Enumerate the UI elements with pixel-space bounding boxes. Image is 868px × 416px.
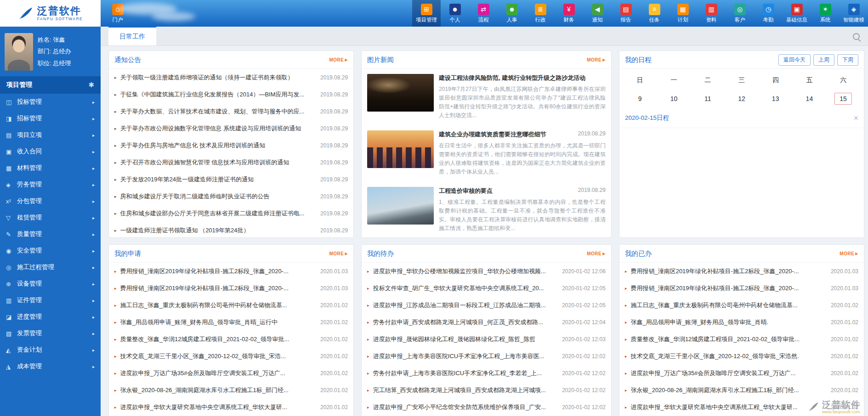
- application-list-item[interactable]: ▸ 质量整改_张鑫_华润12城房建工程项目_2021-02-02_领导审批...…: [109, 331, 353, 348]
- todo-list-item[interactable]: ▸ 劳务付款申请_上海市美容医院ICU手术室净化工程_李若若_上... 2020…: [362, 365, 611, 382]
- topnav-item[interactable]: ◎ 客户: [726, 0, 754, 27]
- sidebar-menu-item[interactable]: ▣ 收入合同 ▸: [0, 143, 101, 160]
- application-list-item[interactable]: ▸ 张永银_2020-08-26_湖南洞庭湖水库引水工程施工1标_部门经... …: [109, 382, 353, 399]
- topnav-module-icon: ≣: [535, 4, 546, 15]
- done-list-item[interactable]: ▸ 施工日志_张鑫_重庆太极制药有限公司亳州中药材仓储物流基... 2020.0…: [619, 297, 864, 314]
- sidebar-menu-item[interactable]: ▤ 项目立项 ▸: [0, 127, 101, 143]
- sidebar-menu-item[interactable]: ◨ 招标管理 ▸: [0, 110, 101, 127]
- calendar-day[interactable]: 14: [800, 93, 818, 105]
- tab-daily-work[interactable]: 日常工作: [108, 27, 156, 45]
- topnav-item[interactable]: ◈ 智能建模: [840, 0, 868, 27]
- topnav-item[interactable]: ▥ 资料: [697, 0, 726, 27]
- todo-list-item[interactable]: ▸ 劳务付款申请_西安成都路龙湖上河城项目_何正茂_西安成都路... 2020-…: [362, 314, 611, 331]
- sidebar-menu-item[interactable]: ▥ 证件管理 ▸: [0, 292, 101, 309]
- more-link[interactable]: MORE▶: [840, 251, 858, 256]
- done-list-item[interactable]: ▸ 技术交底_龙湖三千里小区_张鑫_2020-12-02_领导审批_宋浩然. 2…: [619, 348, 864, 365]
- notice-list-item[interactable]: ▸ 关于发放2019年第24批一级建造师注册证书的通知 2019.08.29: [109, 171, 353, 188]
- done-list-item[interactable]: ▸ 进度款申报_万达广场35#会所及咖啡厅空调安装工程_万达广... 2020.…: [619, 365, 864, 382]
- sidebar-menu-item[interactable]: ▽ 租赁管理 ▸: [0, 209, 101, 226]
- notice-list-item[interactable]: ▸ 于征集《中国建筑施工行业信息化发展报告（2014）—BIM应用与发... 2…: [109, 86, 353, 103]
- notice-list-item[interactable]: ▸ 关于举办市政公用设施数字化管理信息 系统建设与应用培训班的通知 2019.0…: [109, 120, 353, 137]
- calendar-day[interactable]: 9: [631, 93, 649, 105]
- done-list-item[interactable]: ▸ 张永银_2020-08-26_湖南洞庭湖水库引水工程施工1标_部门经... …: [619, 382, 864, 399]
- done-list-item[interactable]: ▸ 质量整改_张鑫_华润12城房建工程项目_2021-02-02_领导审批...…: [619, 331, 864, 348]
- sidebar-menu-item[interactable]: ◫ 投标管理 ▸: [0, 94, 101, 110]
- more-link[interactable]: MORE▶: [329, 57, 348, 62]
- application-list-item[interactable]: ▸ 技术交底_龙湖三千里小区_张鑫_2020-12-02_领导审批_宋浩... …: [109, 348, 353, 365]
- notice-list-item[interactable]: ▸ 关于举办大数据、云计算技术在城市建设、规划、管理与服务中的应... 2019…: [109, 103, 353, 120]
- sidebar-menu-item[interactable]: ◮ 成本管理 ▸: [0, 358, 101, 375]
- notice-list-item[interactable]: ▸ 一级建造师注册证书领取通知 （2019年第24批） 2019.08.29: [109, 222, 353, 238]
- todo-list-item[interactable]: ▸ 进度款申报_晟铭园林绿化工程_晟铭园林绿化工程_陈哲_陈哲 2020-01-…: [362, 331, 611, 348]
- close-icon[interactable]: ×: [853, 114, 858, 122]
- done-list-item[interactable]: ▸ 费用报销_潼南区2019年绿化补贴项目-施工2标段_张鑫_2020-... …: [619, 280, 864, 297]
- calendar-day[interactable]: 10: [665, 93, 682, 105]
- application-list-item[interactable]: ▸ 进度款申报_华软大厦研究基地中央空调系统工程_华软大厦研... 2020.0…: [109, 399, 353, 416]
- topnav-item[interactable]: ⇄ 流程: [469, 0, 498, 27]
- calendar-day[interactable]: 15: [834, 93, 852, 105]
- notice-list-item[interactable]: ▸ 关于举办住房与房地产信息化 技术及应用培训班的通知 2019.08.29: [109, 137, 353, 154]
- topnav-item[interactable]: ▦ 计划: [669, 0, 697, 27]
- todo-list-item[interactable]: ▸ 进度款申报_华软办公楼增加视频监控项目_华软办公楼增加视频... 2020-…: [362, 263, 611, 280]
- weekday-label: 日: [623, 76, 657, 84]
- calendar-nav-button[interactable]: 返回今天: [778, 54, 811, 66]
- application-list-item[interactable]: ▸ 施工日志_张鑫_重庆太极制药有限公司亳州中药材仓储物流基... 2020.0…: [109, 297, 353, 314]
- topnav-item[interactable]: ≣ 行政: [526, 0, 555, 27]
- notice-list-item[interactable]: ▸ 住房和城乡建设部办公厅关于同意吉林省开展二级建造师注册证书电... 2019…: [109, 205, 353, 222]
- topnav-item[interactable]: ✶ 系统: [811, 0, 840, 27]
- calendar-day[interactable]: 11: [699, 93, 716, 105]
- sidebar-menu-item[interactable]: ◪ 进度管理 ▸: [0, 309, 101, 325]
- sidebar-menu-item[interactable]: ◎ 施工过程管理 ▸: [0, 259, 101, 275]
- todo-list-item[interactable]: ▸ 进度款申报_广安邓小平纪念馆安全防范系统维护保养项目_广安... 2020-…: [362, 399, 611, 416]
- topnav-item[interactable]: ⊞ 项目管理: [412, 0, 441, 27]
- topnav-item[interactable]: ▤ 报告: [612, 0, 640, 27]
- sidebar-menu-item[interactable]: ▦ 材料管理 ▸: [0, 160, 101, 176]
- application-list-item[interactable]: ▸ 费用报销_潼南区2019年绿化补贴项目-施工2标段_张鑫_2020-... …: [109, 263, 353, 280]
- done-list-item[interactable]: ▸ 进度款申报_华软大厦研究基地中央空调系统工程_华软大厦研... 2020.0…: [619, 399, 864, 416]
- notice-list-item[interactable]: ▸ 关于召开市政公用设施智慧化管理 信息技术与应用培训班的通知 2019.08.…: [109, 154, 353, 171]
- sidebar-menu-item[interactable]: ✎ 质量管理 ▸: [0, 226, 101, 242]
- todo-list-item[interactable]: ▸ 进度款申报_江苏成品油二期项目一标段工程_江苏成品油二期项... 2020-…: [362, 297, 611, 314]
- sidebar-menu-item[interactable]: ◭ 资金计划 ▸: [0, 342, 101, 358]
- more-link[interactable]: MORE▶: [587, 251, 606, 256]
- sidebar-menu-item[interactable]: ⊕ 设备管理 ▸: [0, 275, 101, 292]
- gear-icon[interactable]: ✱: [88, 81, 94, 89]
- notice-list-item[interactable]: ▸ 关于领取一级注册建造师增项证的通知（须持一建证书前来领取） 2019.08.…: [109, 69, 353, 86]
- topnav-item[interactable]: ☻ 个人: [441, 0, 469, 27]
- calendar-nav-button[interactable]: 上周: [813, 54, 834, 66]
- topnav-item[interactable]: ▣ 基础信息: [783, 0, 811, 27]
- todo-list-item[interactable]: ▸ 完工结算_西安成都路龙湖上河城项目_西安成都路龙湖上河城项... 2020-…: [362, 382, 611, 399]
- more-link[interactable]: MORE▶: [329, 251, 348, 256]
- topnav-item[interactable]: ◀ 通知: [583, 0, 612, 27]
- topnav-item[interactable]: ◷ 考勤: [754, 0, 783, 27]
- application-text: 进度款申报_万达广场35#会所及咖啡厅空调安装工程_万达广...: [120, 369, 316, 377]
- sidebar-menu-item[interactable]: x² 分包管理 ▸: [0, 193, 101, 209]
- sidebar-menu-item[interactable]: ◉ 安全管理 ▸: [0, 242, 101, 259]
- application-list-item[interactable]: ▸ 费用报销_潼南区2019年绿化补贴项目-施工2标段_张鑫_2020-... …: [109, 280, 353, 297]
- todo-list-item[interactable]: ▸ 投标文件审查_胡广生_华软大厦研究基地中央空调系统工程_20... 2020…: [362, 280, 611, 297]
- sidebar-menu-item[interactable]: ◈ 劳务管理 ▸: [0, 176, 101, 193]
- notice-list-item[interactable]: ▸ 房和城乡建设厅关于取消二级建造师临时执业证书的公告 2019.08.29: [109, 188, 353, 205]
- calendar-day[interactable]: 12: [733, 93, 750, 105]
- notice-text: 关于发放2019年第24批一级建造师注册证书的通知: [120, 175, 316, 184]
- sidebar-menu-item[interactable]: ▧ 发票管理 ▸: [0, 325, 101, 342]
- done-list-item[interactable]: ▸ 费用报销_潼南区2019年绿化补贴项目-施工2标段_张鑫_2020-... …: [619, 263, 864, 280]
- done-list-item[interactable]: ▸ 张鑫_用品领用申请_账簿_财务用品_领导审批_肖晴. 2020.01.02: [619, 314, 864, 331]
- news-item[interactable]: 2019.08.29 工程造价审核的要点 1、核准工程量。工程量是编制决算书最基…: [362, 182, 611, 238]
- notice-date: 2019.08.29: [320, 142, 348, 149]
- search-icon[interactable]: [853, 33, 860, 40]
- topnav-item[interactable]: ≡ 任务: [640, 0, 669, 27]
- news-item[interactable]: 建设工程法律风险防范, 建筑行业转型升级之路沙龙活动 2019年7月27日下午，…: [362, 69, 611, 125]
- application-list-item[interactable]: ▸ 张鑫_用品领用申请_账簿_财务用品_领导审批_肖晴_运行中 2020.01.…: [109, 314, 353, 331]
- news-item[interactable]: 2019.08.29 建筑企业办理建筑资质需要注意哪些细节 在日常生活中，很多人…: [362, 125, 611, 182]
- topnav-item[interactable]: ¥ 财务: [555, 0, 583, 27]
- news-image: [367, 74, 434, 112]
- more-link[interactable]: MORE▶: [587, 57, 606, 62]
- calendar-nav-button[interactable]: 下周: [837, 54, 858, 66]
- application-list-item[interactable]: ▸ 进度款申报_万达广场35#会所及咖啡厅空调安装工程_万达广... 2020.…: [109, 365, 353, 382]
- application-date: 2020.01.02: [320, 370, 348, 377]
- calendar-day[interactable]: 13: [767, 93, 784, 105]
- todo-list-item[interactable]: ▸ 进度款申报_上海市美容医院ICU手术室净化工程_上海市美容医... 2020…: [362, 348, 611, 365]
- topnav-item[interactable]: ☻ 人事: [498, 0, 526, 27]
- top-navigation: ⊞ 项目管理 ☻ 个人 ⇄ 流程 ☻ 人事: [412, 0, 868, 27]
